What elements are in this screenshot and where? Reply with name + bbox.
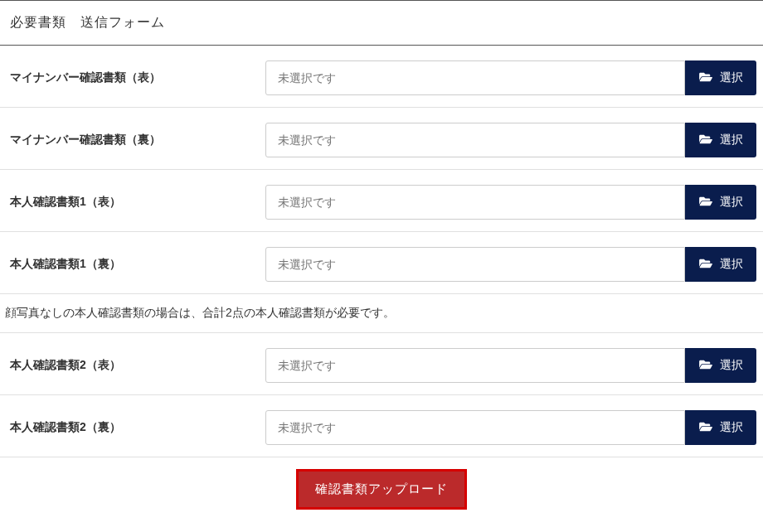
folder-open-icon bbox=[698, 258, 713, 272]
file-input-id2-front[interactable] bbox=[265, 348, 685, 383]
select-button-label: 選択 bbox=[720, 195, 743, 210]
row-input-wrap: 選択 bbox=[265, 348, 763, 383]
select-button-label: 選択 bbox=[720, 70, 743, 85]
select-button-mynumber-back[interactable]: 選択 bbox=[685, 123, 756, 157]
form-title-section: 必要書類 送信フォーム bbox=[0, 0, 763, 46]
folder-open-icon bbox=[698, 196, 713, 210]
select-button-id2-front[interactable]: 選択 bbox=[685, 348, 756, 383]
form-title: 必要書類 送信フォーム bbox=[10, 14, 753, 31]
select-button-id1-front[interactable]: 選択 bbox=[685, 185, 756, 220]
file-input-mynumber-back[interactable] bbox=[265, 123, 685, 157]
row-input-wrap: 選択 bbox=[265, 247, 763, 282]
row-label: 本人確認書類1（表） bbox=[0, 195, 265, 210]
row-input-wrap: 選択 bbox=[265, 123, 763, 157]
row-label: 本人確認書類2（裏） bbox=[0, 420, 265, 435]
file-input-mynumber-front[interactable] bbox=[265, 60, 685, 95]
file-input-id2-back[interactable] bbox=[265, 410, 685, 445]
select-button-mynumber-front[interactable]: 選択 bbox=[685, 60, 756, 95]
row-input-wrap: 選択 bbox=[265, 60, 763, 95]
file-input-id1-back[interactable] bbox=[265, 247, 685, 282]
submit-wrap: 確認書類アップロード bbox=[0, 457, 763, 521]
note-text: 顔写真なしの本人確認書類の場合は、合計2点の本人確認書類が必要です。 bbox=[0, 294, 763, 333]
select-button-label: 選択 bbox=[720, 133, 743, 148]
file-input-id1-front[interactable] bbox=[265, 185, 685, 220]
folder-open-icon bbox=[698, 421, 713, 435]
upload-row-mynumber-front: マイナンバー確認書類（表） 選択 bbox=[0, 46, 763, 108]
upload-row-id2-back: 本人確認書類2（裏） 選択 bbox=[0, 395, 763, 457]
upload-form: 必要書類 送信フォーム マイナンバー確認書類（表） 選択 マイナンバー確認書類（… bbox=[0, 0, 763, 521]
row-label: マイナンバー確認書類（表） bbox=[0, 70, 265, 85]
upload-row-mynumber-back: マイナンバー確認書類（裏） 選択 bbox=[0, 108, 763, 170]
folder-open-icon bbox=[698, 359, 713, 373]
row-label: 本人確認書類2（表） bbox=[0, 358, 265, 373]
upload-row-id2-front: 本人確認書類2（表） 選択 bbox=[0, 333, 763, 395]
select-button-id1-back[interactable]: 選択 bbox=[685, 247, 756, 282]
select-button-label: 選択 bbox=[720, 420, 743, 435]
select-button-id2-back[interactable]: 選択 bbox=[685, 410, 756, 445]
folder-open-icon bbox=[698, 71, 713, 85]
select-button-label: 選択 bbox=[720, 257, 743, 272]
upload-row-id1-front: 本人確認書類1（表） 選択 bbox=[0, 170, 763, 232]
row-input-wrap: 選択 bbox=[265, 185, 763, 220]
folder-open-icon bbox=[698, 133, 713, 148]
row-input-wrap: 選択 bbox=[265, 410, 763, 445]
select-button-label: 選択 bbox=[720, 358, 743, 373]
upload-row-id1-back: 本人確認書類1（裏） 選択 bbox=[0, 232, 763, 294]
row-label: マイナンバー確認書類（裏） bbox=[0, 133, 265, 148]
upload-submit-button[interactable]: 確認書類アップロード bbox=[296, 469, 467, 510]
row-label: 本人確認書類1（裏） bbox=[0, 257, 265, 272]
